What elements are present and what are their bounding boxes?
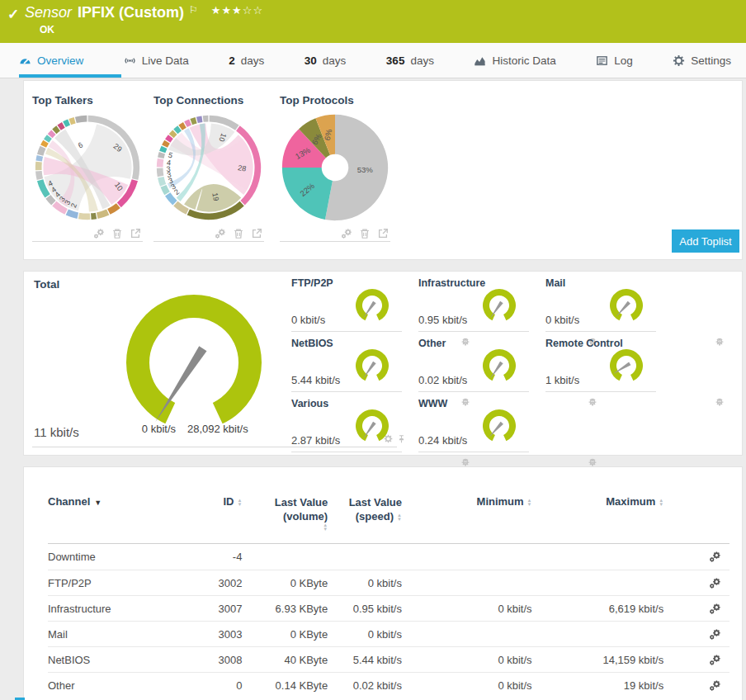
column-header-last-value-volume[interactable]: Last Value(volume)▲▼ — [242, 495, 328, 532]
tab-30-days[interactable]: 30 days — [305, 43, 347, 78]
channel-settings-icon[interactable] — [709, 551, 721, 563]
sensor-name: IPFIX (Custom) — [78, 4, 184, 21]
channel-gauge — [607, 346, 646, 385]
log-icon — [596, 54, 608, 67]
toplist-title: Top Talkers — [32, 94, 143, 112]
channel-gauge-value: 0 kbit/s — [545, 314, 579, 326]
toplist-settings-icon[interactable] — [341, 228, 352, 239]
total-gauge — [120, 288, 268, 437]
sort-icon: ▲▼ — [397, 513, 402, 522]
toplist-top-talkers: Top Talkers 29610233444 — [32, 94, 143, 242]
channel-gauge-value: 0.24 kbit/s — [418, 434, 467, 447]
channel-gauge-netbios: NetBIOS 5.44 kbit/s — [291, 338, 402, 392]
svg-text:5: 5 — [168, 151, 174, 160]
sort-icon: ▲▼ — [323, 523, 328, 532]
channel-gauge — [479, 406, 519, 446]
svg-text:6: 6 — [77, 140, 84, 149]
toplist-delete-icon[interactable] — [233, 228, 244, 239]
add-toplist-button[interactable]: Add Toplist — [672, 229, 739, 253]
channel-gauge — [352, 286, 392, 325]
gear-icon — [673, 54, 685, 67]
channel-settings-icon[interactable] — [709, 654, 721, 666]
gauge-pin-icon[interactable] — [588, 458, 597, 466]
tab-overview[interactable]: Overview — [19, 43, 83, 78]
table-row: NetBIOS 3008 40 KByte 5.44 kbit/s 0 kbit… — [48, 646, 729, 672]
top-talkers-chord-chart[interactable]: 29610233444 — [32, 112, 143, 223]
tab-bar: Overview Live Data 2 days 30 days 365 da… — [0, 43, 746, 78]
channel-settings-icon[interactable] — [709, 577, 721, 589]
active-tab-underline — [19, 74, 121, 78]
toplist-open-icon[interactable] — [377, 228, 389, 239]
column-header-minimum[interactable]: Minimum▲▼ — [402, 495, 532, 508]
status-check-icon: ✓ — [7, 6, 19, 23]
table-header-row: Channel▼ ID▲▼ Last Value(volume)▲▼ Last … — [48, 495, 729, 544]
gauge-pin-icon[interactable] — [715, 398, 724, 406]
toplist-top-connections: Top Connections 1028192333345 — [153, 94, 264, 242]
toplist-open-icon[interactable] — [251, 228, 262, 239]
channel-gauge — [479, 286, 519, 325]
tab-2-days[interactable]: 2 days — [229, 43, 264, 78]
table-row: Infrastructure 3007 6.93 KByte 0.95 kbit… — [48, 595, 729, 621]
toplist-top-protocols: Top Protocols 53%22%13%6%6% — [280, 94, 390, 242]
gauge-pin-icon[interactable] — [461, 458, 470, 466]
priority-flag-icon[interactable]: ⚐ — [189, 4, 198, 16]
channel-settings-icon[interactable] — [709, 679, 721, 692]
toplist-settings-icon[interactable] — [215, 228, 226, 239]
channel-gauge-mail: Mail 0 kbit/s — [545, 277, 656, 332]
channel-gauge — [479, 346, 519, 385]
toplists-card: Top Talkers 29610233444 Top Connections … — [23, 80, 743, 260]
sort-caret-icon: ▼ — [94, 499, 102, 507]
channel-gauge-other: Other 0.02 kbit/s — [418, 338, 529, 392]
channel-gauge-infrastructure: Infrastructure 0.95 kbit/s — [418, 277, 529, 332]
channel-gauge-value: 1 kbit/s — [545, 374, 579, 386]
channels-table-card: Channel▼ ID▲▼ Last Value(volume)▲▼ Last … — [23, 466, 743, 700]
gauge-pin-icon[interactable] — [588, 398, 597, 406]
top-protocols-donut-chart[interactable]: 53%22%13%6%6% — [280, 112, 390, 223]
column-header-channel[interactable]: Channel▼ — [48, 495, 196, 508]
channel-gauge-value: 5.44 kbit/s — [291, 374, 340, 386]
status-badge: OK — [40, 24, 54, 35]
channel-gauge-remote-control: Remote Control 1 kbit/s — [545, 338, 656, 392]
column-header-last-value-speed[interactable]: Last Value(speed)▲▼ — [328, 495, 402, 523]
channel-gauge — [352, 346, 392, 385]
sensor-header: ✓ SensorIPFIX (Custom)⚐★★★☆☆ OK — [0, 0, 746, 43]
sort-icon: ▲▼ — [659, 499, 663, 507]
table-row: FTP/P2P 3002 0 KByte 0 kbit/s — [48, 570, 729, 595]
channel-gauge — [352, 406, 392, 446]
svg-text:28: 28 — [237, 163, 247, 173]
svg-text:19: 19 — [210, 192, 220, 202]
toplist-delete-icon[interactable] — [359, 228, 371, 239]
svg-text:4: 4 — [166, 158, 171, 167]
channel-gauge-value: 0.02 kbit/s — [418, 374, 467, 386]
tab-365-days[interactable]: 365 days — [386, 43, 434, 78]
tab-historic-data[interactable]: Historic Data — [474, 43, 555, 78]
total-gauge-max: 28,092 kbit/s — [187, 423, 286, 435]
channel-gauge-value: 0 kbit/s — [291, 314, 325, 326]
toplist-open-icon[interactable] — [130, 228, 141, 239]
channel-gauge-various: Various 2.87 kbit/s — [291, 398, 402, 452]
toplist-delete-icon[interactable] — [111, 228, 123, 239]
column-header-id[interactable]: ID▲▼ — [196, 495, 243, 508]
historic-chart-icon — [474, 54, 486, 67]
live-data-icon — [124, 54, 136, 67]
total-gauge-min: 0 kbit/s — [110, 423, 176, 435]
channel-settings-icon[interactable] — [709, 628, 721, 641]
toplist-settings-icon[interactable] — [93, 228, 105, 239]
column-header-maximum[interactable]: Maximum▲▼ — [532, 495, 664, 508]
priority-stars[interactable]: ★★★☆☆ — [211, 4, 263, 17]
tab-live-data[interactable]: Live Data — [124, 43, 189, 78]
tab-log[interactable]: Log — [596, 43, 633, 78]
channel-gauge-value: 0.95 kbit/s — [418, 314, 467, 326]
table-row: Mail 3003 0 KByte 0 kbit/s — [48, 621, 729, 646]
gauges-card: Total 0 kbit/s 28,092 kbit/s 11 kbit/s F… — [23, 271, 743, 456]
channel-settings-icon[interactable] — [709, 603, 721, 615]
object-kind-label: Sensor — [25, 4, 72, 21]
gauge-pin-icon[interactable] — [715, 338, 724, 346]
tab-settings[interactable]: Settings — [673, 43, 731, 78]
table-row: Downtime -4 — [48, 544, 729, 570]
toplist-title: Top Protocols — [280, 94, 390, 112]
channel-gauge-ftp-p2p: FTP/P2P 0 kbit/s — [291, 277, 402, 332]
top-connections-chord-chart[interactable]: 1028192333345 — [153, 112, 264, 223]
table-row: Other 0 0.14 KByte 0.02 kbit/s 0 kbit/s … — [48, 672, 729, 698]
svg-text:53%: 53% — [357, 165, 374, 174]
